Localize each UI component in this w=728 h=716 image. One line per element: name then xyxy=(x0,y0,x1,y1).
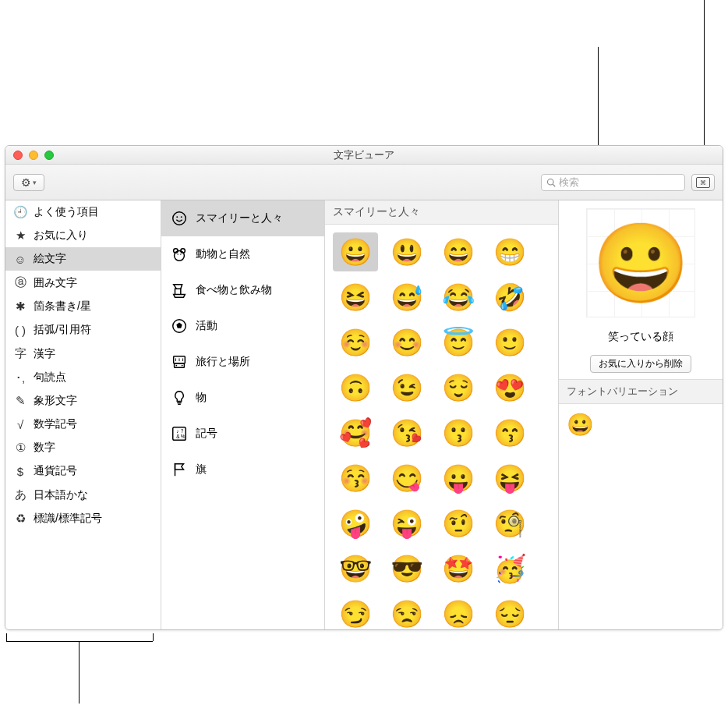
sidebar-item[interactable]: ①数字 xyxy=(5,436,161,459)
emoji-cell[interactable]: 😚 xyxy=(333,459,378,498)
subcategory-label: スマイリーと人々 xyxy=(196,211,283,225)
emoji-cell[interactable]: 🤓 xyxy=(333,549,378,588)
sidebar-item-icon: ･, xyxy=(13,371,27,385)
emoji-cell[interactable]: 🤨 xyxy=(436,504,481,543)
subcategory-item[interactable]: 動物と自然 xyxy=(161,236,324,272)
sidebar-item[interactable]: あ日本語かな xyxy=(5,483,161,507)
emoji-cell[interactable]: 😔 xyxy=(487,594,532,629)
keyboard-icon: ⌘ xyxy=(696,177,710,188)
emoji-cell[interactable]: 😆 xyxy=(333,278,378,317)
emoji-cell[interactable]: 😇 xyxy=(436,323,481,362)
emoji-cell[interactable]: 🥰 xyxy=(333,413,378,452)
sidebar-item-label: 漢字 xyxy=(34,347,55,361)
subcategory-item[interactable]: 物 xyxy=(161,380,324,416)
emoji-cell[interactable]: 😄 xyxy=(436,232,481,271)
sidebar-item-label: お気に入り xyxy=(34,229,88,243)
subcategory-label: 物 xyxy=(196,391,207,405)
subcategory-label: 記号 xyxy=(196,427,217,441)
subcategory-item[interactable]: 旅行と場所 xyxy=(161,344,324,380)
font-variation-header: フォントバリエーション xyxy=(559,379,723,404)
emoji-cell[interactable]: 😅 xyxy=(384,278,429,317)
emoji-cell[interactable]: 😋 xyxy=(384,459,429,498)
emoji-cell[interactable]: 😉 xyxy=(384,368,429,407)
sidebar-item[interactable]: ( )括弧/引用符 xyxy=(5,318,161,342)
sidebar-item[interactable]: $通貨記号 xyxy=(5,459,161,483)
sidebar-item[interactable]: √数学記号 xyxy=(5,413,161,436)
sidebar-item-icon: ♻ xyxy=(13,512,27,526)
sidebar-item[interactable]: 字漢字 xyxy=(5,342,161,366)
emoji-cell[interactable]: 🙃 xyxy=(333,368,378,407)
subcategory-item[interactable]: 食べ物と飲み物 xyxy=(161,272,324,308)
svg-point-10 xyxy=(177,253,178,254)
emoji-cell[interactable]: 😍 xyxy=(487,368,532,407)
sidebar-item[interactable]: ✱箇条書き/星 xyxy=(5,295,161,318)
subcategory-item[interactable]: ♪?&%記号 xyxy=(161,416,324,452)
emoji-cell[interactable]: 🧐 xyxy=(487,504,532,543)
search-field[interactable] xyxy=(541,174,685,191)
svg-point-4 xyxy=(173,212,186,225)
subcategory-label: 活動 xyxy=(196,319,217,333)
emoji-cell[interactable]: 🙂 xyxy=(487,323,532,362)
emoji-cell[interactable]: 🤩 xyxy=(436,549,481,588)
settings-menu-button[interactable]: ⚙ ▾ xyxy=(13,174,44,191)
emoji-cell[interactable]: ☺️ xyxy=(333,323,378,362)
smiley-icon xyxy=(171,210,188,227)
sidebar-item-icon: 字 xyxy=(13,346,27,361)
emoji-cell[interactable]: 🤣 xyxy=(487,278,532,317)
emoji-cell[interactable]: 😂 xyxy=(436,278,481,317)
emoji-cell[interactable]: 😀 xyxy=(333,232,378,271)
character-name: 笑っている顔 xyxy=(559,325,723,349)
emoji-cell[interactable]: 🥳 xyxy=(487,549,532,588)
emoji-cell[interactable]: 🤪 xyxy=(333,504,378,543)
sidebar-item-label: 日本語かな xyxy=(34,488,88,502)
food-icon xyxy=(171,282,188,299)
collapse-viewer-button[interactable]: ⌘ xyxy=(691,174,715,191)
svg-marker-13 xyxy=(176,322,182,328)
sidebar-item-icon: ( ) xyxy=(13,324,27,337)
sidebar-item[interactable]: ☺絵文字 xyxy=(5,247,161,271)
svg-text:⌘: ⌘ xyxy=(700,179,706,186)
subcategory-item[interactable]: 活動 xyxy=(161,308,324,344)
sidebar-item[interactable]: ♻標識/標準記号 xyxy=(5,507,161,530)
sidebar-item-label: 通貨記号 xyxy=(34,464,77,478)
emoji-cell[interactable]: 😌 xyxy=(436,368,481,407)
emoji-cell[interactable]: 😛 xyxy=(436,459,481,498)
sidebar-item-icon: 🕘 xyxy=(13,205,27,219)
emoji-cell[interactable]: 😘 xyxy=(384,413,429,452)
emoji-cell[interactable]: 😁 xyxy=(487,232,532,271)
bear-icon xyxy=(171,246,188,263)
emoji-cell[interactable]: 😃 xyxy=(384,232,429,271)
sidebar-item[interactable]: 🕘よく使う項目 xyxy=(5,200,161,224)
emoji-cell[interactable]: 😊 xyxy=(384,323,429,362)
search-input[interactable] xyxy=(559,176,680,188)
emoji-cell[interactable]: 😙 xyxy=(487,413,532,452)
sidebar-item[interactable]: ･,句読点 xyxy=(5,366,161,389)
sidebar-item-label: 象形文字 xyxy=(34,394,77,408)
subcategory-list: スマイリーと人々動物と自然食べ物と飲み物活動旅行と場所物♪?&%記号旗 xyxy=(161,200,325,629)
emoji-cell[interactable]: 😜 xyxy=(384,504,429,543)
grid-section-header: スマイリーと人々 xyxy=(325,200,558,225)
subcategory-label: 食べ物と飲み物 xyxy=(196,283,272,297)
subcategory-item[interactable]: 旗 xyxy=(161,452,324,487)
font-variation-character[interactable]: 😀 xyxy=(567,413,594,437)
subcategory-label: 旗 xyxy=(196,463,207,477)
emoji-cell[interactable]: 😞 xyxy=(436,594,481,629)
sidebar-item-label: 絵文字 xyxy=(34,252,66,266)
svg-point-0 xyxy=(548,179,554,185)
emoji-cell[interactable]: 😝 xyxy=(487,459,532,498)
emoji-cell[interactable]: 😗 xyxy=(436,413,481,452)
remove-favorite-button[interactable]: お気に入りから削除 xyxy=(590,355,691,373)
emoji-cell[interactable]: 😏 xyxy=(333,594,378,629)
chevron-down-icon: ▾ xyxy=(33,179,37,186)
emoji-cell[interactable]: 😒 xyxy=(384,594,429,629)
sidebar-item[interactable]: ✎象形文字 xyxy=(5,389,161,413)
sidebar-item-label: 句読点 xyxy=(34,370,66,385)
subcategory-item[interactable]: スマイリーと人々 xyxy=(161,200,324,236)
sidebar-item-icon: ⓐ xyxy=(13,275,27,290)
emoji-cell[interactable]: 😎 xyxy=(384,549,429,588)
sidebar-item[interactable]: ★お気に入り xyxy=(5,224,161,247)
sidebar-item-icon: ✎ xyxy=(13,394,27,408)
sidebar-item[interactable]: ⓐ囲み文字 xyxy=(5,271,161,295)
flag-icon xyxy=(171,461,188,478)
callout-line-sidebar-h xyxy=(6,641,153,642)
